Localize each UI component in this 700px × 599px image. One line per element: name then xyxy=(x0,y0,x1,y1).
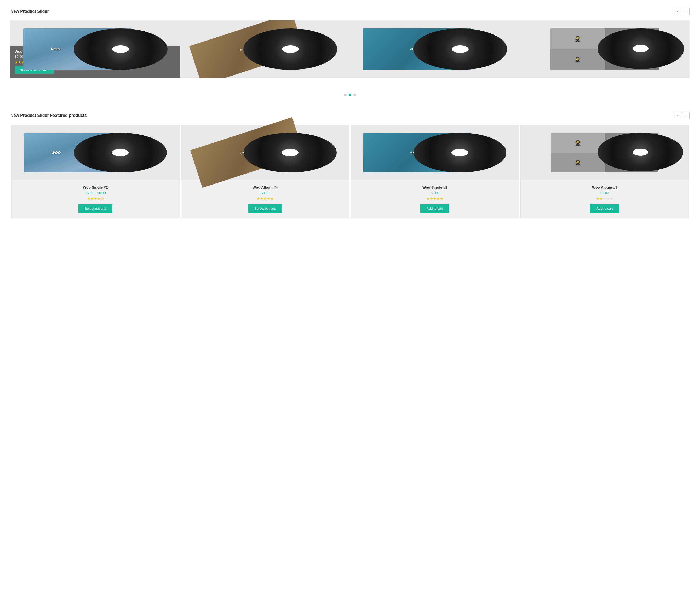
product-image-woo-album-4-top: WOOTHEMESWOO xyxy=(180,20,350,78)
record-hole-4 xyxy=(633,45,649,52)
dot-3[interactable] xyxy=(353,94,356,96)
dot-2[interactable] xyxy=(349,94,351,96)
product-card-woo-single-1-top: WOOTHEMES xyxy=(350,20,520,78)
select-options-button-woo-single-2-bot[interactable]: Select options xyxy=(78,204,112,213)
section2-product-grid: WOO Woo Single #2 $5.00 – $8.00 ★★★★½ Se… xyxy=(10,124,690,219)
product-stars-woo-album-3-bot: ★★★★★ xyxy=(596,197,613,201)
product-name-woo-album-3-bot: Woo Album #3 xyxy=(592,185,617,190)
section2-header: New Product Slider Featured products ‹ › xyxy=(10,112,690,119)
section2-next-button[interactable]: › xyxy=(682,112,690,119)
product-name-woo-single-2-bot: Woo Single #2 xyxy=(83,185,108,190)
product-card-woo-single-2-bot: WOO Woo Single #2 $5.00 – $8.00 ★★★★½ Se… xyxy=(11,125,180,219)
product-image-woo-single-1-top: WOOTHEMES xyxy=(350,20,520,78)
product-card-woo-album-3-bot: 🥷 🥷 🥷 🥷 Woo Album #3 $9.00 ★★★★★ Add to … xyxy=(520,125,689,219)
product-card-woo-single-1-bot: WOOTHEMES Woo Single #1 $3.00 ★★★★★ Add … xyxy=(351,125,519,219)
product-name-woo-single-1-bot: Woo Single #1 xyxy=(422,185,447,190)
section2-title: New Product Slider Featured products xyxy=(10,113,87,118)
select-options-button-woo-album-4-bot[interactable]: Select options xyxy=(248,204,282,213)
section1-header: New Product Slider ‹ › xyxy=(10,8,690,15)
record-disc-woo-album4-bot xyxy=(244,133,337,172)
product-image-woo-single-2-bot: WOO xyxy=(11,125,180,180)
record-hole xyxy=(112,46,129,53)
record-disc-woo-single1-bot xyxy=(414,133,506,172)
product-stars-woo-single-1-bot: ★★★★★ xyxy=(426,197,443,201)
record-disc-woo-album3-top xyxy=(598,28,684,69)
section2-nav: ‹ › xyxy=(674,112,690,119)
product-image-woo-album-3-top: 🥷 🥷 🥷 🥷 xyxy=(520,20,690,78)
section1-next-button[interactable]: › xyxy=(682,8,690,15)
add-to-cart-button-woo-album-3-bot[interactable]: Add to cart xyxy=(590,204,619,213)
product-card-woo-single-2-top: WOO Woo Single #2 $5.00 – $8.00 ★★★★★ SE… xyxy=(10,20,180,78)
record-disc-woo-single2-bot xyxy=(74,133,167,172)
section1-title: New Product Slider xyxy=(10,9,49,14)
product-price-woo-album-3-bot: $9.00 xyxy=(600,191,609,195)
record-disc-woo-album4-top xyxy=(243,28,337,70)
record-hole-3 xyxy=(452,46,469,53)
product-card-woo-album-3-top: 🥷 🥷 🥷 🥷 xyxy=(520,20,690,78)
slider-dots xyxy=(10,78,690,112)
product-card-woo-album-4-top: WOOTHEMESWOO xyxy=(180,20,350,78)
product-name-woo-album-4-bot: Woo Album #4 xyxy=(252,185,278,190)
section1-product-grid: WOO Woo Single #2 $5.00 – $8.00 ★★★★★ SE… xyxy=(10,20,690,78)
record-hole-2 xyxy=(282,46,299,53)
product-image-woo-album-3-bot: 🥷 🥷 🥷 🥷 xyxy=(521,125,689,180)
record-disc-woo-single1-top xyxy=(413,28,507,70)
product-image-woo-single-1-bot: WOOTHEMES xyxy=(351,125,519,180)
record-disc-woo-single2-top xyxy=(74,28,168,70)
product-card-woo-album-4-bot: WOOTHEMESWOO Woo Album #4 $9.00 ★★★★★ Se… xyxy=(181,125,350,219)
section2-prev-button[interactable]: ‹ xyxy=(674,112,681,119)
product-stars-woo-album-4-bot: ★★★★★ xyxy=(257,197,274,201)
product-price-woo-single-1-bot: $3.00 xyxy=(430,191,439,195)
product-stars-woo-single-2-bot: ★★★★½ xyxy=(87,197,104,201)
add-to-cart-button-woo-single-1-bot[interactable]: Add to cart xyxy=(420,204,449,213)
section1-prev-button[interactable]: ‹ xyxy=(674,8,681,15)
product-price-woo-album-4-bot: $9.00 xyxy=(261,191,270,195)
product-image-woo-album-4-bot: WOOTHEMESWOO xyxy=(181,125,349,180)
dot-1[interactable] xyxy=(344,94,347,96)
record-disc-woo-album3-bot xyxy=(598,133,683,171)
section1-nav: ‹ › xyxy=(674,8,690,15)
product-price-woo-single-2-bot: $5.00 – $8.00 xyxy=(85,191,106,195)
